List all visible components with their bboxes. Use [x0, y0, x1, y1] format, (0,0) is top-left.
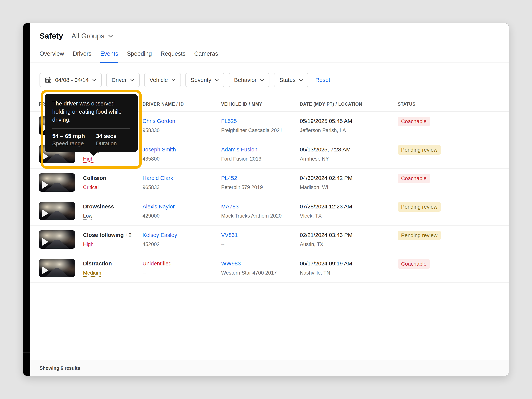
behavior-cell: Close following+2 High — [39, 226, 142, 254]
event-date: 02/21/2024 03:43 PM — [300, 232, 398, 238]
event-video-thumbnail[interactable] — [39, 259, 75, 277]
severity-label[interactable]: Critical — [83, 184, 99, 190]
event-date: 05/13/2025, 7:23 AM — [300, 146, 398, 153]
driver-name-link[interactable]: Harold Clark — [142, 175, 221, 181]
event-video-thumbnail[interactable] — [39, 173, 75, 192]
vehicle-mmy: Ford Fusion 2013 — [221, 156, 300, 162]
tab-cameras[interactable]: Cameras — [194, 50, 218, 63]
page-header: Safety All Groups — [30, 23, 509, 40]
event-date: 07/28/2024 12:23 AM — [300, 203, 398, 210]
vehicle-id-link[interactable]: PL452 — [221, 175, 300, 181]
event-video-thumbnail[interactable] — [39, 116, 75, 135]
severity-filter-label: Severity — [191, 77, 211, 83]
driver-name-link[interactable]: Chris Gordon — [142, 118, 221, 124]
event-location: Vleck, TX — [300, 213, 398, 219]
driver-cell: Alexis Naylor 429000 — [142, 197, 221, 225]
vehicle-id-link[interactable]: Adam's Fusion — [221, 146, 300, 153]
table-empty-space — [30, 283, 509, 360]
play-icon — [42, 266, 48, 274]
date-range-filter[interactable]: 04/08 - 04/14 — [39, 73, 102, 87]
behavior-cell — [39, 112, 142, 140]
driver-cell: Joseph Smith 435800 — [142, 140, 221, 168]
behavior-cell: Eating High — [39, 140, 142, 168]
results-count: Showing 6 results — [39, 365, 80, 371]
vehicle-filter[interactable]: Vehicle — [144, 73, 181, 87]
date-range-label: 04/08 - 04/14 — [55, 77, 89, 83]
status-badge: Pending review — [398, 231, 441, 240]
table-row[interactable]: Collision Critical Harold Clark 965833 P… — [30, 169, 509, 197]
column-header-status: STATUS — [398, 102, 509, 107]
app-window: Safety All Groups Overview Drivers Event… — [23, 23, 509, 376]
severity-label[interactable]: Medium — [83, 270, 101, 276]
tab-drivers[interactable]: Drivers — [73, 50, 91, 63]
table-row[interactable]: Close following+2 High Kelsey Easley 452… — [30, 226, 509, 254]
severity-label[interactable]: High — [83, 156, 94, 162]
group-selector[interactable]: All Groups — [71, 32, 113, 40]
vehicle-mmy: -- — [221, 241, 300, 247]
play-icon — [42, 181, 48, 189]
behavior-label: Close following+2 — [83, 232, 132, 238]
status-filter-label: Status — [279, 77, 295, 83]
table-row[interactable]: Distraction Medium Unidentified -- WW983… — [30, 254, 509, 283]
table-row[interactable]: Drowsiness Low Alexis Naylor 429000 MA78… — [30, 197, 509, 226]
event-location: Nashville, TN — [300, 270, 398, 276]
status-badge: Coachable — [398, 117, 430, 126]
severity-label[interactable]: High — [83, 241, 94, 247]
driver-name-link[interactable]: Kelsey Easley — [142, 232, 221, 238]
vehicle-filter-label: Vehicle — [150, 77, 168, 83]
status-cell: Coachable — [398, 254, 509, 282]
event-date: 06/17/2024 09:19 AM — [300, 260, 398, 267]
vehicle-id-link[interactable]: WW983 — [221, 260, 300, 267]
event-date: 05/19/2025 05:45 AM — [300, 118, 398, 124]
status-badge: Coachable — [398, 174, 430, 183]
driver-id: 958330 — [142, 127, 221, 133]
event-date: 04/30/2024 02:42 PM — [300, 175, 398, 181]
column-header-vehicle: VEHICLE ID / MMY — [221, 102, 300, 107]
tab-events[interactable]: Events — [100, 50, 118, 63]
date-cell: 07/28/2024 12:23 AM Vleck, TX — [300, 197, 398, 225]
events-table: PREVIEW / BEHAVIOR DRIVER NAME / ID VEHI… — [30, 97, 509, 283]
event-video-thumbnail[interactable] — [39, 145, 75, 163]
table-row[interactable]: Chris Gordon 958330 FL525 Freightliner C… — [30, 112, 509, 140]
play-icon — [42, 238, 48, 246]
event-video-thumbnail[interactable] — [39, 230, 75, 249]
driver-name-link[interactable]: Joseph Smith — [142, 146, 221, 153]
page-title: Safety — [39, 32, 63, 40]
status-cell: Pending review — [398, 140, 509, 168]
driver-cell: Chris Gordon 958330 — [142, 112, 221, 140]
behavior-filter-label: Behavior — [234, 77, 256, 83]
vehicle-cell: MA783 Mack Trucks Anthem 2020 — [221, 197, 300, 225]
vehicle-cell: PL452 Peterbilt 579 2019 — [221, 169, 300, 197]
table-footer: Showing 6 results — [30, 360, 509, 376]
date-cell: 06/17/2024 09:19 AM Nashville, TN — [300, 254, 398, 282]
tab-speeding[interactable]: Speeding — [127, 50, 152, 63]
event-video-thumbnail[interactable] — [39, 202, 75, 220]
tab-overview[interactable]: Overview — [39, 50, 64, 63]
status-badge: Pending review — [398, 202, 441, 212]
vehicle-id-link[interactable]: FL525 — [221, 118, 300, 124]
vehicle-id-link[interactable]: MA783 — [221, 203, 300, 210]
tab-requests[interactable]: Requests — [161, 50, 185, 63]
severity-filter[interactable]: Severity — [185, 73, 224, 87]
behavior-filter[interactable]: Behavior — [229, 73, 269, 87]
chevron-down-icon — [260, 79, 264, 81]
status-badge: Pending review — [398, 145, 441, 155]
event-location: Austin, TX — [300, 241, 398, 247]
reset-filters-button[interactable]: Reset — [315, 77, 330, 83]
chevron-down-icon — [299, 79, 303, 81]
driver-cell: Harold Clark 965833 — [142, 169, 221, 197]
status-badge: Coachable — [398, 259, 430, 269]
date-cell: 04/30/2024 02:42 PM Madison, WI — [300, 169, 398, 197]
driver-name-link[interactable]: Alexis Naylor — [142, 203, 221, 210]
behavior-cell: Distraction Medium — [39, 254, 142, 282]
tab-bar: Overview Drivers Events Speeding Request… — [30, 50, 509, 63]
behavior-extra-count[interactable]: +2 — [125, 232, 132, 238]
behavior-label: Eating — [83, 146, 100, 153]
status-filter[interactable]: Status — [274, 73, 308, 87]
driver-id: -- — [142, 270, 221, 276]
behavior-label: Collision — [83, 175, 106, 181]
table-row[interactable]: Eating High Joseph Smith 435800 Adam's F… — [30, 140, 509, 169]
severity-label[interactable]: Low — [83, 213, 93, 219]
driver-filter[interactable]: Driver — [106, 73, 140, 87]
vehicle-id-link[interactable]: VV831 — [221, 232, 300, 238]
